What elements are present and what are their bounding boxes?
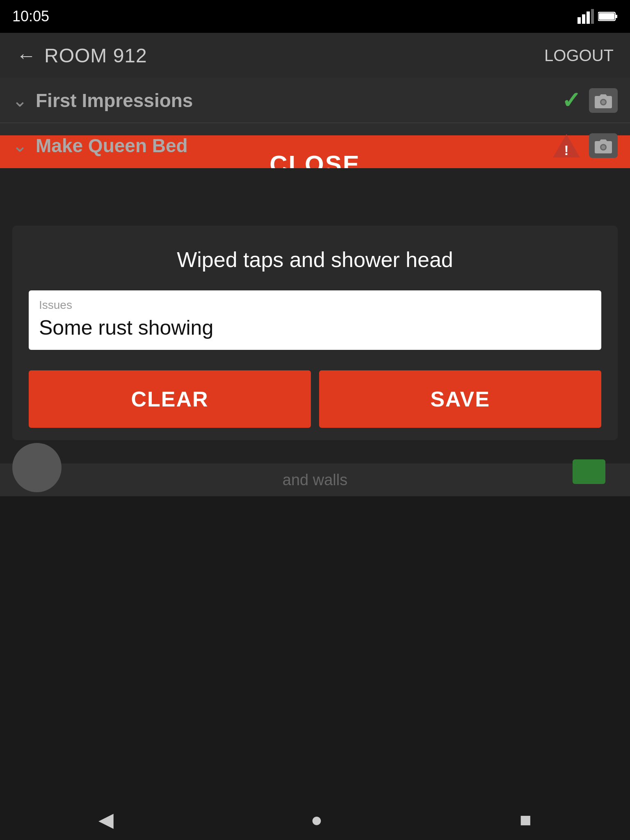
nav-bar: ◀ ● ■ [0,799,630,840]
logout-button[interactable]: LOGOUT [544,46,614,65]
app-bar: ← ROOM 912 LOGOUT [0,33,630,78]
status-icons [578,9,618,24]
status-time: 10:05 [12,8,49,25]
svg-rect-2 [587,11,590,24]
camera-button-first-impressions[interactable] [589,88,618,113]
nav-back-icon[interactable]: ◀ [98,808,114,831]
bg-and-walls-text: and walls [283,471,347,489]
svg-rect-3 [591,9,594,24]
svg-rect-0 [578,17,581,24]
save-button[interactable]: SAVE [319,370,601,428]
clear-button[interactable]: CLEAR [29,370,311,428]
svg-text:!: ! [564,142,568,158]
svg-rect-6 [599,13,614,20]
section-label-first-impressions: First Impressions [36,89,553,112]
warning-icon: ! [552,132,581,159]
dialog-input-value[interactable]: Some rust showing [39,316,591,340]
app-bar-left: ← ROOM 912 [16,44,147,67]
green-badge [573,459,605,484]
status-bar: 10:05 [0,0,630,33]
svg-point-8 [601,100,605,104]
check-icon: ✓ [562,87,581,114]
svg-point-12 [601,145,605,149]
nav-home-icon[interactable]: ● [310,808,322,831]
battery-icon [598,11,618,22]
dialog-title: Wiped taps and shower head [29,246,601,274]
svg-rect-1 [582,14,585,24]
chevron-down-icon: ⌄ [12,90,27,111]
chevron-down-icon-2: ⌄ [12,135,27,156]
avatar-circle [12,443,62,492]
room-title: ROOM 912 [44,44,147,67]
section-first-impressions[interactable]: ⌄ First Impressions ✓ [0,78,630,123]
svg-rect-5 [615,15,617,18]
dialog: Wiped taps and shower head Issues Some r… [12,226,618,440]
dialog-input-label: Issues [39,299,591,312]
dialog-input-container[interactable]: Issues Some rust showing [29,290,601,350]
bg-partial-row: and walls [0,463,630,496]
dialog-buttons: CLEAR SAVE [29,370,601,428]
camera-button-make-queen-bed[interactable] [589,133,618,158]
nav-square-icon[interactable]: ■ [520,808,532,831]
signal-icon [578,9,594,24]
back-button[interactable]: ← [16,44,36,67]
